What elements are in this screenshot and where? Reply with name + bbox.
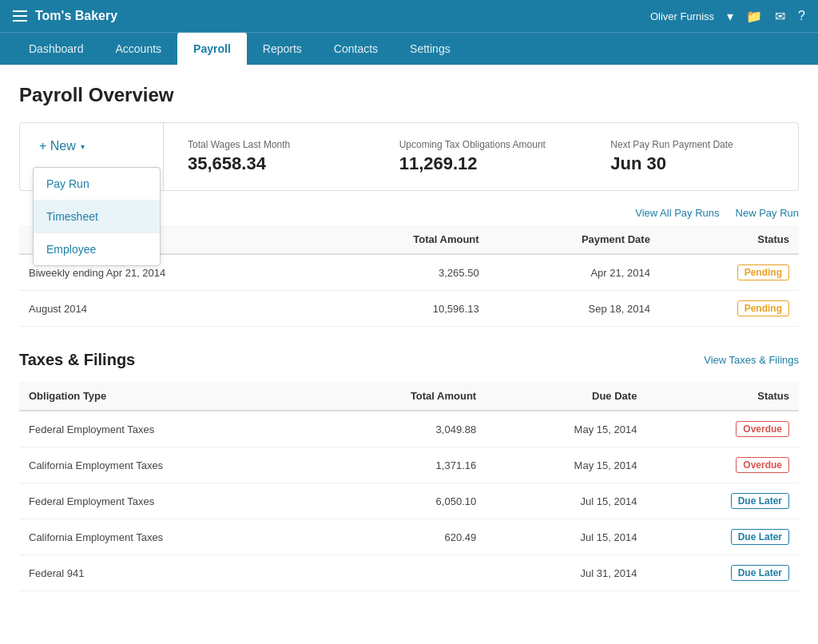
tax-status: Overdue: [646, 411, 799, 447]
taxes-section-header: Taxes & Filings View Taxes & Filings: [19, 351, 799, 369]
view-all-pay-runs-link[interactable]: View All Pay Runs: [635, 207, 719, 219]
status-badge: Overdue: [736, 457, 789, 473]
next-pay-run-label: Next Pay Run Payment Date: [610, 139, 774, 150]
tax-row[interactable]: Federal Employment Taxes 3,049.88 May 15…: [19, 411, 799, 447]
new-button[interactable]: + New ▾: [39, 139, 85, 153]
status-badge: Due Later: [731, 529, 789, 545]
top-bar-left: Tom's Bakery: [13, 9, 117, 23]
col-obligation-type: Obligation Type: [19, 382, 320, 411]
nav-dashboard[interactable]: Dashboard: [13, 33, 100, 65]
help-icon[interactable]: ?: [798, 9, 805, 24]
tax-total-amount: 6,050.10: [320, 483, 486, 519]
next-pay-run-value: Jun 30: [610, 153, 774, 174]
pay-run-status: Pending: [660, 291, 799, 327]
chevron-down-icon[interactable]: ▾: [727, 9, 733, 24]
view-taxes-link[interactable]: View Taxes & Filings: [704, 354, 799, 366]
tax-due-date: May 15, 2014: [486, 447, 646, 483]
tax-status: Due Later: [646, 555, 799, 591]
new-button-arrow: ▾: [81, 142, 85, 151]
nav-bar: Dashboard Accounts Payroll Reports Conta…: [0, 32, 818, 65]
tax-row[interactable]: Federal Employment Taxes 6,050.10 Jul 15…: [19, 483, 799, 519]
tax-total-amount: [320, 555, 486, 591]
new-button-label: + New: [39, 139, 76, 153]
dropdown-timesheet[interactable]: Timesheet: [34, 201, 160, 233]
col-taxes-total-amount: Total Amount: [320, 382, 486, 411]
taxes-header-row: Obligation Type Total Amount Due Date St…: [19, 382, 799, 411]
status-badge: Pending: [737, 264, 789, 280]
status-badge: Due Later: [731, 493, 789, 509]
tax-obligation-type: California Employment Taxes: [19, 519, 320, 555]
next-pay-run-block: Next Pay Run Payment Date Jun 30: [586, 123, 798, 190]
mail-icon[interactable]: ✉: [775, 9, 785, 24]
tax-due-date: Jul 15, 2014: [486, 483, 646, 519]
tax-obligations-block: Upcoming Tax Obligations Amount 11,269.1…: [375, 123, 587, 190]
tax-status: Due Later: [646, 483, 799, 519]
user-name[interactable]: Oliver Furniss: [650, 10, 714, 22]
nav-settings[interactable]: Settings: [394, 33, 467, 65]
new-button-container: + New ▾ Pay Run Timesheet Employee: [20, 123, 164, 190]
tax-total-amount: 620.49: [320, 519, 486, 555]
tax-row[interactable]: California Employment Taxes 620.49 Jul 1…: [19, 519, 799, 555]
nav-payroll[interactable]: Payroll: [177, 33, 247, 65]
status-badge: Overdue: [736, 421, 789, 437]
tax-row[interactable]: California Employment Taxes 1,371.16 May…: [19, 447, 799, 483]
pay-run-amount: 10,596.13: [323, 291, 488, 327]
summary-stats: Total Wages Last Month 35,658.34 Upcomin…: [164, 123, 798, 190]
dropdown-pay-run[interactable]: Pay Run: [34, 168, 160, 201]
page-title: Payroll Overview: [19, 84, 799, 106]
tax-obligation-type: Federal 941: [19, 555, 320, 591]
col-taxes-status: Status: [646, 382, 799, 411]
tax-total-amount: 1,371.16: [320, 447, 486, 483]
tax-obligations-value: 11,269.12: [399, 153, 563, 174]
pay-run-date: Sep 18, 2014: [489, 291, 660, 327]
tax-status: Overdue: [646, 447, 799, 483]
top-bar-right: Oliver Furniss ▾ 📁 ✉ ?: [650, 9, 805, 24]
status-badge: Pending: [737, 300, 789, 316]
tax-row[interactable]: Federal 941 Jul 31, 2014 Due Later: [19, 555, 799, 591]
col-pay-run-payment-date: Payment Date: [489, 225, 660, 254]
app-name: Tom's Bakery: [35, 9, 117, 23]
hamburger-menu[interactable]: [13, 10, 27, 22]
tax-due-date: May 15, 2014: [486, 411, 646, 447]
dropdown-employee[interactable]: Employee: [34, 233, 160, 265]
pay-run-name: August 2014: [19, 291, 323, 327]
nav-contacts[interactable]: Contacts: [318, 33, 394, 65]
tax-due-date: Jul 15, 2014: [486, 519, 646, 555]
total-wages-block: Total Wages Last Month 35,658.34: [164, 123, 375, 190]
new-pay-run-link[interactable]: New Pay Run: [736, 207, 799, 219]
tax-obligation-type: Federal Employment Taxes: [19, 483, 320, 519]
pay-run-status: Pending: [660, 254, 799, 291]
status-badge: Due Later: [731, 565, 789, 581]
col-pay-run-total-amount: Total Amount: [323, 225, 488, 254]
col-pay-run-status: Status: [660, 225, 799, 254]
total-wages-label: Total Wages Last Month: [188, 139, 351, 150]
tax-obligation-type: Federal Employment Taxes: [19, 411, 320, 447]
taxes-table: Obligation Type Total Amount Due Date St…: [19, 382, 799, 591]
pay-run-date: Apr 21, 2014: [489, 254, 660, 291]
taxes-title: Taxes & Filings: [19, 351, 135, 369]
summary-card: + New ▾ Pay Run Timesheet Employee Total…: [19, 122, 799, 191]
top-bar: Tom's Bakery Oliver Furniss ▾ 📁 ✉ ?: [0, 0, 818, 32]
tax-obligations-label: Upcoming Tax Obligations Amount: [399, 139, 563, 150]
nav-reports[interactable]: Reports: [247, 33, 318, 65]
new-dropdown-menu: Pay Run Timesheet Employee: [33, 167, 161, 266]
tax-due-date: Jul 31, 2014: [486, 555, 646, 591]
top-icons: 📁 ✉ ?: [746, 9, 805, 24]
nav-accounts[interactable]: Accounts: [100, 33, 178, 65]
folder-icon[interactable]: 📁: [746, 9, 762, 24]
pay-run-row[interactable]: August 2014 10,596.13 Sep 18, 2014 Pendi…: [19, 291, 799, 327]
col-due-date: Due Date: [486, 382, 646, 411]
page-content: Payroll Overview + New ▾ Pay Run Timeshe…: [0, 65, 818, 644]
total-wages-value: 35,658.34: [188, 153, 351, 174]
tax-status: Due Later: [646, 519, 799, 555]
tax-obligation-type: California Employment Taxes: [19, 447, 320, 483]
taxes-section: Obligation Type Total Amount Due Date St…: [19, 382, 799, 591]
pay-run-amount: 3,265.50: [323, 254, 488, 291]
tax-total-amount: 3,049.88: [320, 411, 486, 447]
